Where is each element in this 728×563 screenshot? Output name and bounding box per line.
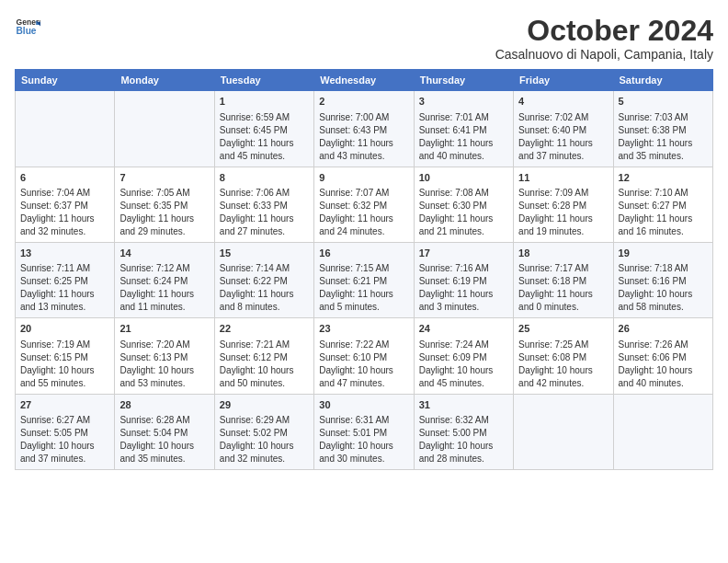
day-cell	[16, 91, 115, 167]
daylight-text: Daylight: 10 hours and 40 minutes.	[619, 364, 708, 390]
sunrise-text: Sunrise: 7:06 AM	[220, 187, 309, 200]
sunset-text: Sunset: 5:01 PM	[319, 427, 408, 440]
day-number: 9	[319, 171, 408, 185]
day-number: 24	[419, 322, 508, 336]
sunset-text: Sunset: 5:02 PM	[220, 427, 309, 440]
day-number: 12	[619, 171, 708, 185]
day-cell: 29Sunrise: 6:29 AMSunset: 5:02 PMDayligh…	[214, 394, 313, 469]
sunrise-text: Sunrise: 7:00 AM	[319, 111, 408, 124]
daylight-text: Daylight: 11 hours and 40 minutes.	[419, 137, 508, 163]
sunset-text: Sunset: 6:40 PM	[518, 124, 608, 137]
daylight-text: Daylight: 11 hours and 3 minutes.	[419, 288, 508, 314]
day-number: 11	[518, 171, 608, 185]
logo-icon: General Blue	[15, 15, 40, 40]
sunrise-text: Sunrise: 6:27 AM	[20, 414, 109, 427]
daylight-text: Daylight: 11 hours and 21 minutes.	[419, 213, 508, 238]
sunset-text: Sunset: 6:32 PM	[319, 200, 408, 213]
calendar-table: SundayMondayTuesdayWednesdayThursdayFrid…	[15, 69, 713, 470]
day-number: 3	[419, 95, 508, 109]
sunrise-text: Sunrise: 7:19 AM	[20, 339, 109, 351]
sunrise-text: Sunrise: 7:22 AM	[319, 339, 408, 351]
day-number: 14	[119, 247, 209, 260]
sunrise-text: Sunrise: 7:18 AM	[619, 262, 708, 275]
daylight-text: Daylight: 11 hours and 19 minutes.	[518, 213, 608, 238]
day-cell: 20Sunrise: 7:19 AMSunset: 6:15 PMDayligh…	[16, 318, 115, 394]
sunset-text: Sunset: 6:30 PM	[419, 200, 508, 213]
day-number: 4	[518, 95, 608, 109]
day-number: 2	[319, 95, 408, 109]
sunset-text: Sunset: 6:33 PM	[220, 200, 309, 213]
day-cell: 14Sunrise: 7:12 AMSunset: 6:24 PMDayligh…	[115, 242, 214, 317]
day-cell: 30Sunrise: 6:31 AMSunset: 5:01 PMDayligh…	[314, 394, 414, 469]
day-cell: 7Sunrise: 7:05 AMSunset: 6:35 PMDaylight…	[115, 167, 214, 242]
day-cell	[613, 394, 712, 469]
sunset-text: Sunset: 6:08 PM	[518, 351, 608, 364]
day-number: 21	[119, 322, 209, 336]
sunset-text: Sunset: 6:24 PM	[119, 275, 209, 288]
day-number: 7	[119, 171, 209, 185]
week-row-5: 27Sunrise: 6:27 AMSunset: 5:05 PMDayligh…	[16, 394, 713, 469]
sunrise-text: Sunrise: 6:29 AM	[220, 414, 309, 427]
daylight-text: Daylight: 11 hours and 16 minutes.	[619, 213, 708, 238]
day-number: 17	[419, 247, 508, 260]
sunset-text: Sunset: 6:22 PM	[220, 275, 309, 288]
weekday-header-tuesday: Tuesday	[214, 70, 313, 91]
sunset-text: Sunset: 6:41 PM	[419, 124, 508, 137]
sunrise-text: Sunrise: 7:07 AM	[319, 187, 408, 200]
day-cell: 9Sunrise: 7:07 AMSunset: 6:32 PMDaylight…	[314, 167, 414, 242]
day-cell: 21Sunrise: 7:20 AMSunset: 6:13 PMDayligh…	[115, 318, 214, 394]
sunrise-text: Sunrise: 7:15 AM	[319, 262, 408, 275]
daylight-text: Daylight: 11 hours and 24 minutes.	[319, 213, 408, 238]
weekday-header-wednesday: Wednesday	[314, 70, 414, 91]
weekday-header-saturday: Saturday	[613, 70, 712, 91]
sunrise-text: Sunrise: 7:01 AM	[419, 111, 508, 124]
sunset-text: Sunset: 6:13 PM	[119, 351, 209, 364]
weekday-header-monday: Monday	[115, 70, 214, 91]
daylight-text: Daylight: 11 hours and 32 minutes.	[20, 213, 109, 238]
sunrise-text: Sunrise: 7:02 AM	[518, 111, 608, 124]
sunset-text: Sunset: 6:21 PM	[319, 275, 408, 288]
sunset-text: Sunset: 6:18 PM	[518, 275, 608, 288]
day-number: 18	[518, 247, 608, 260]
day-cell: 24Sunrise: 7:24 AMSunset: 6:09 PMDayligh…	[414, 318, 513, 394]
month-title: October 2024	[495, 15, 713, 47]
sunrise-text: Sunrise: 7:04 AM	[20, 187, 109, 200]
day-number: 10	[419, 171, 508, 185]
day-number: 29	[220, 398, 309, 412]
day-cell: 19Sunrise: 7:18 AMSunset: 6:16 PMDayligh…	[613, 242, 712, 317]
sunrise-text: Sunrise: 6:32 AM	[419, 414, 508, 427]
week-row-3: 13Sunrise: 7:11 AMSunset: 6:25 PMDayligh…	[16, 242, 713, 317]
sunrise-text: Sunrise: 7:25 AM	[518, 339, 608, 351]
sunrise-text: Sunrise: 7:08 AM	[419, 187, 508, 200]
sunset-text: Sunset: 6:37 PM	[20, 200, 109, 213]
sunset-text: Sunset: 5:05 PM	[20, 427, 109, 440]
week-row-2: 6Sunrise: 7:04 AMSunset: 6:37 PMDaylight…	[16, 167, 713, 242]
sunrise-text: Sunrise: 6:28 AM	[119, 414, 209, 427]
daylight-text: Daylight: 11 hours and 5 minutes.	[319, 288, 408, 314]
day-number: 22	[220, 322, 309, 336]
sunset-text: Sunset: 5:00 PM	[419, 427, 508, 440]
day-number: 28	[119, 398, 209, 412]
day-number: 19	[619, 247, 708, 260]
day-cell: 1Sunrise: 6:59 AMSunset: 6:45 PMDaylight…	[214, 91, 313, 167]
day-cell: 8Sunrise: 7:06 AMSunset: 6:33 PMDaylight…	[214, 167, 313, 242]
location-title: Casalnuovo di Napoli, Campania, Italy	[495, 47, 713, 62]
day-number: 25	[518, 322, 608, 336]
day-cell: 2Sunrise: 7:00 AMSunset: 6:43 PMDaylight…	[314, 91, 414, 167]
sunrise-text: Sunrise: 7:03 AM	[619, 111, 708, 124]
daylight-text: Daylight: 10 hours and 32 minutes.	[220, 440, 309, 465]
sunset-text: Sunset: 6:10 PM	[319, 351, 408, 364]
daylight-text: Daylight: 11 hours and 45 minutes.	[220, 137, 309, 163]
weekday-header-sunday: Sunday	[16, 70, 115, 91]
day-number: 16	[319, 247, 408, 260]
day-number: 23	[319, 322, 408, 336]
sunset-text: Sunset: 6:43 PM	[319, 124, 408, 137]
daylight-text: Daylight: 11 hours and 27 minutes.	[220, 213, 309, 238]
sunset-text: Sunset: 6:27 PM	[619, 200, 708, 213]
sunrise-text: Sunrise: 7:21 AM	[220, 339, 309, 351]
day-cell: 31Sunrise: 6:32 AMSunset: 5:00 PMDayligh…	[414, 394, 513, 469]
day-number: 30	[319, 398, 408, 412]
daylight-text: Daylight: 10 hours and 30 minutes.	[319, 440, 408, 465]
day-number: 20	[20, 322, 109, 336]
day-cell: 13Sunrise: 7:11 AMSunset: 6:25 PMDayligh…	[16, 242, 115, 317]
